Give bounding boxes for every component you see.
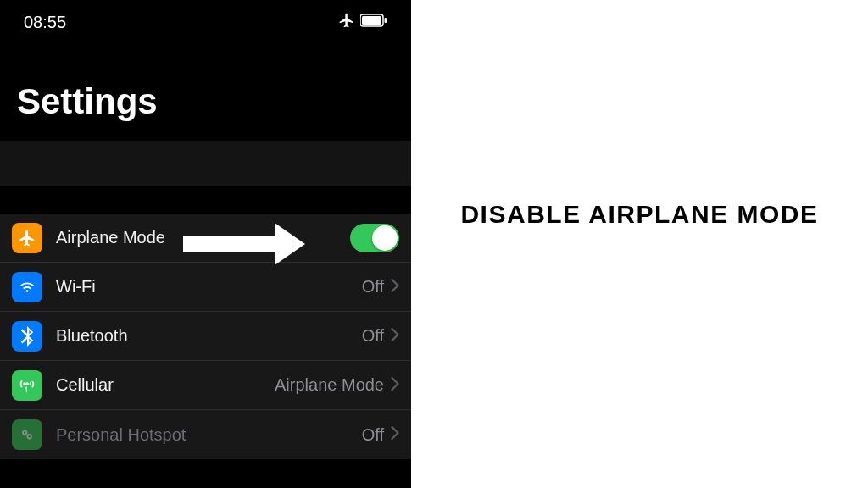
section-gap	[0, 186, 411, 214]
chevron-right-icon	[391, 279, 399, 296]
airplane-mode-label: Airplane Mode	[56, 228, 350, 247]
toggle-knob	[372, 225, 398, 251]
personal-hotspot-row[interactable]: Personal Hotspot Off	[0, 410, 411, 459]
search-placeholder-section	[0, 141, 411, 186]
airplane-status-icon	[338, 12, 355, 32]
cellular-label: Cellular	[56, 375, 275, 395]
hotspot-icon	[12, 419, 42, 450]
bluetooth-icon	[12, 321, 42, 352]
chevron-right-icon	[391, 328, 399, 345]
wifi-row[interactable]: Wi-Fi Off	[0, 263, 411, 312]
airplane-mode-row[interactable]: Airplane Mode	[0, 214, 411, 263]
status-icons	[338, 12, 387, 32]
cellular-row[interactable]: Cellular Airplane Mode	[0, 361, 411, 410]
phone-screenshot: 08:55 Settings Airplane Mode	[0, 0, 411, 488]
chevron-right-icon	[391, 426, 399, 443]
bluetooth-label: Bluetooth	[56, 326, 362, 346]
settings-list: Airplane Mode Wi-Fi Off Bluetooth Off	[0, 214, 411, 459]
hotspot-label: Personal Hotspot	[56, 425, 362, 445]
svg-rect-2	[385, 18, 387, 23]
wifi-label: Wi-Fi	[56, 277, 362, 297]
cellular-icon	[12, 370, 42, 401]
chevron-right-icon	[391, 377, 399, 394]
airplane-mode-toggle[interactable]	[350, 224, 399, 252]
instruction-panel: DISABLE AIRPLANE MODE	[411, 0, 868, 488]
wifi-icon	[12, 272, 42, 302]
airplane-icon	[12, 223, 42, 253]
instruction-text: DISABLE AIRPLANE MODE	[460, 200, 818, 229]
status-bar: 08:55	[0, 0, 411, 41]
battery-icon	[360, 14, 387, 30]
bluetooth-row[interactable]: Bluetooth Off	[0, 312, 411, 361]
page-title: Settings	[0, 41, 411, 141]
wifi-value: Off	[362, 277, 384, 297]
svg-rect-1	[362, 16, 381, 25]
hotspot-value: Off	[362, 425, 384, 445]
cellular-value: Airplane Mode	[275, 375, 384, 395]
status-time: 08:55	[24, 13, 66, 32]
bluetooth-value: Off	[362, 326, 384, 346]
